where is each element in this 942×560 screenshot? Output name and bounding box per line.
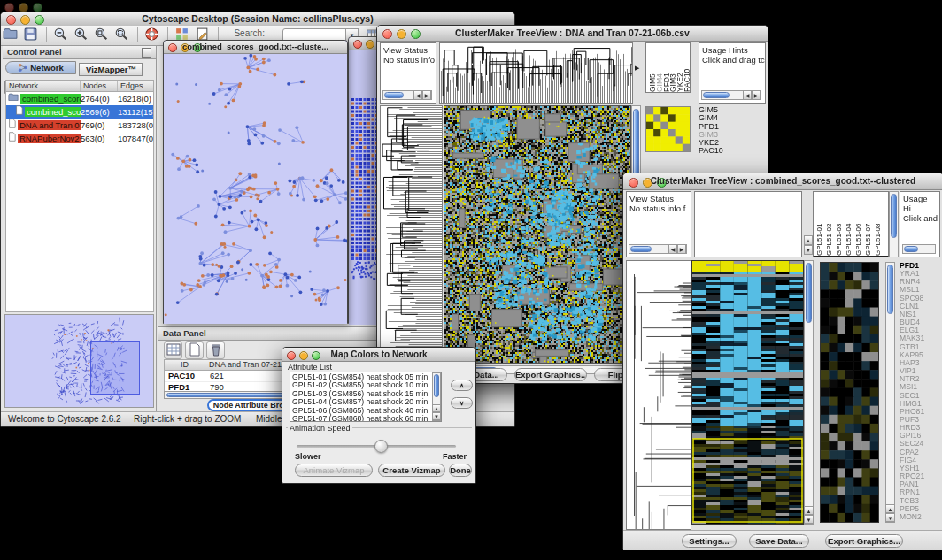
scroll-down-icon[interactable]: ▼ [804,515,814,524]
scrollbar-thumb[interactable] [703,92,730,98]
network-list-row[interactable]: combined_sco2569(6)13112(15) [6,105,153,119]
gene-label[interactable]: MON2 [900,513,941,521]
float-panel-icon[interactable] [142,48,151,58]
column-labels-strip: GPL51-01 (GSM854)GPL51-02 (GSM855)GPL51-… [813,191,889,257]
settings-button[interactable]: Settings... [682,534,737,548]
row-dendrogram[interactable] [626,260,691,530]
scrollbar-thumb[interactable] [904,246,918,252]
column-label[interactable]: YKE2 [676,43,683,92]
attribute-item[interactable]: GPL51-07 (GSM868) heat shock 60 min [292,415,439,422]
scroll-right-icon[interactable]: ▶ [752,90,761,100]
scroll-left-icon[interactable]: ◀ [668,244,677,254]
birds-eye-view[interactable] [4,314,154,408]
slider-thumb[interactable] [374,440,388,453]
minimize-icon[interactable] [366,40,374,49]
scroll-up-icon[interactable]: ▲ [804,506,814,515]
zoom-out-icon[interactable] [53,27,70,42]
column-label[interactable]: GIM5 [648,43,655,92]
network-list-row[interactable]: RNAPuberNov2+563(0)107847(0) [6,132,153,145]
heatmap-view[interactable] [444,105,631,364]
attribute-item[interactable]: GPL51-02 (GSM855) heat shock 10 min [292,381,439,389]
view-status-hscrollbar[interactable]: ◀ ▶ [382,90,432,100]
scroll-down-icon[interactable]: ▼ [432,412,441,420]
column-label[interactable]: GPL51-03 (GSM856) [835,192,845,256]
attribute-item[interactable]: GPL51-04 (GSM857) heat shock 20 min [292,398,439,406]
column-dendrogram[interactable] [694,191,802,257]
scroll-up-icon[interactable]: ▲ [885,504,895,513]
close-icon[interactable] [353,40,362,49]
zoom-heatmap-view[interactable] [820,262,879,523]
animate-vizmap-button[interactable]: Animate Vizmap [295,464,373,477]
scrollbar-thumb[interactable] [891,194,897,238]
scrollbar-thumb[interactable] [806,263,812,323]
attribute-list[interactable]: GPL51-01 (GSM854) heat shock 05 minGPL51… [290,372,442,422]
save-data-button[interactable]: Save Data... [749,534,809,548]
birds-eye-canvas[interactable] [5,315,153,407]
save-icon[interactable] [23,27,40,42]
column-label[interactable]: GIM4 [655,43,662,92]
attribute-item[interactable]: GPL51-03 (GSM856) heat shock 15 min [292,390,439,398]
column-label[interactable]: GPL51-06 (GSM865) [854,192,864,256]
up-glyph: ∧ [459,382,464,388]
scroll-left-icon[interactable]: ◀ [413,90,422,100]
column-label[interactable]: GPL51-08 (GSM872) [874,192,884,256]
scroll-left-icon[interactable]: ◀ [743,90,752,100]
network-list-row[interactable]: DNA and Tran 07769(0)183728(0) [6,119,153,132]
scroll-up-icon[interactable]: ▲ [804,235,813,245]
network-view-canvas[interactable] [164,54,347,324]
scrollbar-thumb[interactable] [630,246,652,252]
column-label[interactable]: GPL51-04 (GSM857) [845,192,854,256]
move-down-button[interactable]: ∨ [451,397,473,409]
usage-hints-hscrollbar[interactable]: ◀ ▶ [701,90,761,100]
treeview1-title: ClusterMaker TreeView : DNA and Tran 07-… [377,27,768,38]
heatmap-view[interactable] [691,260,804,525]
zoom-vscrollbar[interactable]: ▲ ▼ [885,262,895,523]
network-list-row[interactable]: combined_scores_2764(0)16218(0) [6,92,153,105]
trash-icon[interactable] [206,341,225,359]
new-document-icon[interactable] [185,341,204,359]
control-panel-header: Control Panel [3,46,156,59]
export-graphics-button[interactable]: Export Graphics... [514,368,587,381]
tab-vizmapper[interactable]: VizMapper™ [79,63,143,76]
labels-vscrollbar[interactable] [889,191,899,257]
col-edges[interactable]: Edges [118,81,154,91]
scroll-right-icon[interactable]: ▶ [422,90,431,100]
zoom-in-icon[interactable] [73,27,90,42]
gene-label[interactable]: PAC10 [699,147,761,155]
column-label[interactable]: GPL51-07 (GSM868) [864,192,874,256]
done-button[interactable]: Done [449,464,472,477]
expand-arrow-icon[interactable]: ▶ [635,65,639,72]
open-icon[interactable] [3,27,19,42]
scroll-right-icon[interactable]: ▶ [677,244,686,254]
column-label[interactable]: GPL51-02 (GSM855) [825,192,835,256]
zoom-fit-icon[interactable] [94,27,111,42]
export-graphics-button[interactable]: Export Graphics... [825,534,903,548]
usage-hints-message: Click and drag tc [702,55,762,65]
help-icon[interactable] [144,27,161,42]
view-status-hscrollbar[interactable]: ◀ ▶ [629,244,687,254]
scrollbar-thumb[interactable] [887,265,893,314]
col-nodes[interactable]: Nodes [81,81,118,91]
col-id[interactable]: ID [165,360,205,370]
scroll-down-icon[interactable]: ▼ [804,245,813,255]
scrollbar-thumb[interactable] [384,92,404,98]
tab-network[interactable]: Network [5,61,76,74]
correlation-matrix[interactable] [645,106,691,152]
scroll-down-icon[interactable]: ▼ [885,513,895,522]
attribute-item[interactable]: GPL51-06 (GSM865) heat shock 40 min [292,407,439,415]
attribute-item[interactable]: GPL51-01 (GSM854) heat shock 05 min [292,373,439,381]
table-grid-icon[interactable] [164,341,182,359]
move-up-button[interactable]: ∧ [451,380,473,391]
zoom-selected-icon[interactable] [114,27,131,42]
heatmap-vscrollbar[interactable]: ▲ ▼ [804,260,814,525]
attribute-list-vscrollbar[interactable]: ▲ ▼ [432,372,441,421]
column-label[interactable]: GPL51-01 (GSM854) [815,192,825,256]
scroll-up-icon[interactable]: ▲ [432,404,441,412]
row-dendrogram[interactable] [380,105,443,381]
column-label[interactable]: PAC10 [683,43,690,92]
column-dendrogram[interactable] [439,42,633,104]
usage-hints-hscrollbar[interactable] [902,244,936,254]
scrollbar-thumb[interactable] [434,374,439,397]
col-network[interactable]: Network [6,81,81,91]
create-vizmap-button[interactable]: Create Vizmap [378,464,445,477]
